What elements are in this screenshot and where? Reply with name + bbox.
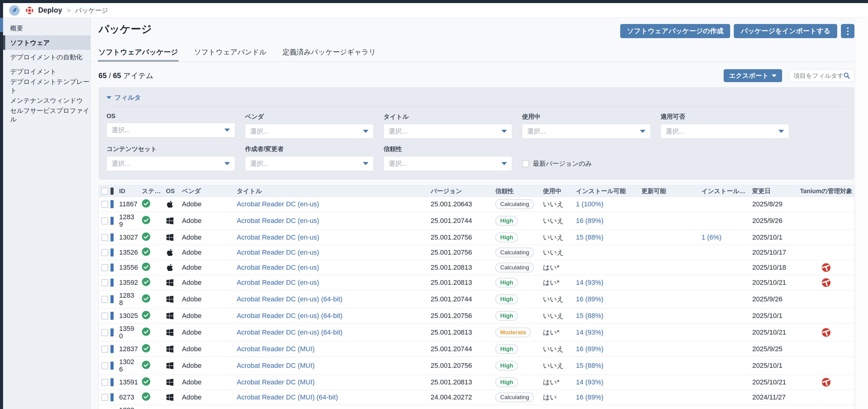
filter-select-in-use[interactable]: 選択... xyxy=(522,124,651,139)
app-name[interactable]: Deploy xyxy=(38,6,62,14)
row-checkbox[interactable] xyxy=(101,296,108,303)
row-checkbox[interactable] xyxy=(101,201,108,208)
row-expand-icon[interactable] xyxy=(111,312,114,320)
col-id[interactable]: ID xyxy=(119,188,142,195)
installable-count-link[interactable]: 16 (89%) xyxy=(576,345,603,353)
filter-select-os[interactable]: 選択... xyxy=(106,123,235,137)
installable-count-link[interactable]: 14 (93%) xyxy=(576,279,603,286)
sidebar-item-deployment-templates[interactable]: デプロイメントテンプレート xyxy=(3,79,91,93)
more-actions-button[interactable] xyxy=(841,24,855,38)
installable-count-link[interactable]: 14 (93%) xyxy=(576,378,603,386)
sidebar-item-deployment-automation[interactable]: デプロイメントの自動化 xyxy=(3,50,91,64)
row-expand-icon[interactable] xyxy=(111,233,114,241)
select-all-checkbox[interactable] xyxy=(101,188,108,195)
col-updatable[interactable]: 更新可能 xyxy=(642,187,702,195)
tab-software-bundles[interactable]: ソフトウェアバンドル xyxy=(194,47,266,62)
installable-count-link[interactable]: 15 (88%) xyxy=(576,233,603,241)
sidebar-item-self-service-profiles[interactable]: セルフサービスプロファイル xyxy=(3,108,91,122)
installable-count-link[interactable]: 1 (100%) xyxy=(576,200,603,208)
row-expand-icon[interactable] xyxy=(111,248,114,257)
col-title[interactable]: タイトル xyxy=(237,187,431,195)
package-title-link[interactable]: Acrobat Reader DC (en-us) (64-bit) xyxy=(237,312,343,319)
package-title-link[interactable]: Acrobat Reader DC (MUI) xyxy=(237,345,315,353)
sidebar-item-software[interactable]: ソフトウェア xyxy=(3,35,91,50)
row-expand-icon[interactable] xyxy=(111,329,114,336)
package-title-link[interactable]: Acrobat Reader DC (en-us) xyxy=(237,264,319,271)
col-reliability[interactable]: 信頼性 xyxy=(495,187,543,195)
tab-predefined-package-gallery[interactable]: 定義済みパッケージギャラリ xyxy=(283,47,376,62)
search-icon[interactable] xyxy=(843,72,850,79)
sidebar-item-maintenance-windows[interactable]: メンテナンスウィンドウ xyxy=(3,93,91,108)
pin-button[interactable] xyxy=(9,5,20,16)
package-title-link[interactable]: Acrobat Reader DC (MUI) (64-bit) xyxy=(237,393,338,401)
installable-count-link[interactable]: 16 (89%) xyxy=(576,295,603,303)
row-checkbox[interactable] xyxy=(101,217,108,225)
row-checkbox[interactable] xyxy=(101,312,108,319)
row-checkbox[interactable] xyxy=(101,346,108,353)
search-input[interactable] xyxy=(794,72,843,79)
installed-count-link[interactable]: 1 (6%) xyxy=(702,233,721,241)
row-expand-icon[interactable] xyxy=(111,295,114,303)
filter-collapse-toggle[interactable]: フィルタ xyxy=(106,91,846,106)
package-title-link[interactable]: Acrobat Reader DC (en-us) xyxy=(237,248,319,256)
modified-date: 2024/11/27 xyxy=(752,393,799,401)
package-title-link[interactable]: Acrobat Reader DC (en-us) xyxy=(237,217,319,225)
row-checkbox[interactable] xyxy=(101,394,108,401)
sidebar-item-overview[interactable]: 概要 xyxy=(3,21,91,35)
package-title-link[interactable]: Acrobat Reader DC (MUI) xyxy=(237,362,315,369)
table-row: 1359 0 Adobe Acrobat Reader DC (en-us) (… xyxy=(99,323,854,342)
installable-count-link[interactable]: 16 (89%) xyxy=(576,393,603,401)
expand-all-icon[interactable] xyxy=(111,188,114,195)
col-tanium-managed[interactable]: Taniumの管理対象 xyxy=(799,187,854,195)
filter-select-creator[interactable]: 選択... xyxy=(245,156,374,171)
row-checkbox[interactable] xyxy=(101,379,108,386)
row-checkbox[interactable] xyxy=(101,264,108,271)
row-checkbox[interactable] xyxy=(101,329,108,336)
row-checkbox[interactable] xyxy=(101,279,108,286)
filter-select-reliability[interactable]: 選択... xyxy=(383,156,512,171)
installable-count-link[interactable]: 15 (88%) xyxy=(576,362,603,369)
filter-select-content-set[interactable]: 選択... xyxy=(106,156,235,171)
col-installed[interactable]: インストール済み xyxy=(702,187,752,195)
row-expand-icon[interactable] xyxy=(111,217,114,225)
filter-select-vendor[interactable]: 選択... xyxy=(245,124,374,139)
col-status[interactable]: ステ… xyxy=(142,187,166,195)
row-checkbox[interactable] xyxy=(101,249,108,256)
row-expand-icon[interactable] xyxy=(111,378,114,386)
filter-select-applicability[interactable]: 選択... xyxy=(660,124,789,139)
import-package-button[interactable]: パッケージをインポートする xyxy=(734,24,837,38)
vendor-name: Adobe xyxy=(182,264,237,272)
table-body: 11867 Adobe Acrobat Reader DC (en-us) 25… xyxy=(99,197,854,409)
latest-version-only-checkbox[interactable]: 最新バージョンのみ xyxy=(522,156,592,171)
tab-software-packages[interactable]: ソフトウェアパッケージ xyxy=(98,47,178,62)
col-vendor[interactable]: ベンダ xyxy=(182,187,237,195)
package-title-link[interactable]: Acrobat Reader DC (en-us) (64-bit) xyxy=(237,295,343,303)
create-software-package-button[interactable]: ソフトウェアパッケージの作成 xyxy=(620,24,731,38)
col-in-use[interactable]: 使用中 xyxy=(543,187,576,195)
sidebar-item-deployments[interactable]: デプロイメント xyxy=(3,64,91,79)
installable-count-link[interactable]: 14 (93%) xyxy=(576,329,603,336)
col-os[interactable]: OS xyxy=(166,188,182,195)
package-title-link[interactable]: Acrobat Reader DC (en-us) xyxy=(237,279,319,286)
package-title-link[interactable]: Acrobat Reader DC (en-us) (64-bit) xyxy=(237,329,343,336)
filter-select-title[interactable]: 選択... xyxy=(383,124,512,139)
package-title-link[interactable]: Acrobat Reader DC (MUI) xyxy=(237,378,315,386)
row-expand-icon[interactable] xyxy=(111,264,114,272)
package-title-link[interactable]: Acrobat Reader DC (en-us) xyxy=(237,200,319,208)
row-expand-icon[interactable] xyxy=(111,200,114,208)
export-button[interactable]: エクスポート xyxy=(724,69,782,82)
row-expand-icon[interactable] xyxy=(111,279,114,286)
row-checkbox[interactable] xyxy=(101,362,108,369)
row-expand-icon[interactable] xyxy=(111,345,114,353)
row-checkbox[interactable] xyxy=(101,234,108,241)
row-expand-icon[interactable] xyxy=(111,393,114,401)
package-title-link[interactable]: Acrobat Reader DC (en-us) xyxy=(237,233,319,241)
installable-count-link[interactable]: 16 (89%) xyxy=(576,217,603,225)
rail-scroll-thumb[interactable] xyxy=(0,18,3,32)
package-version: 25.001.20813 xyxy=(431,279,495,286)
row-expand-icon[interactable] xyxy=(111,362,114,370)
col-installable[interactable]: インストール可能 xyxy=(576,187,642,195)
installable-count-link[interactable]: 15 (88%) xyxy=(576,312,603,319)
col-modified[interactable]: 変更日 xyxy=(752,187,799,195)
col-version[interactable]: バージョン xyxy=(431,187,495,195)
